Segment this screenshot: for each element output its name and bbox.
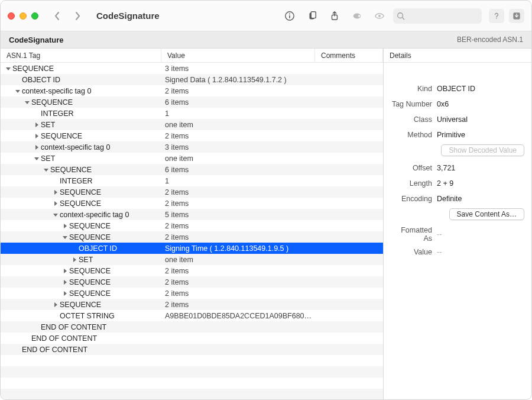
table-row[interactable]: END OF CONTENT [1,333,383,344]
disclosure-toggle[interactable] [5,66,11,72]
table-row[interactable]: SEQUENCE2 items [1,220,383,231]
row-tag: SEQUENCE [69,289,111,298]
row-value: 1 [161,109,315,118]
preview-button[interactable] [371,8,388,24]
row-tag: context-specific tag 0 [22,87,91,95]
table-row[interactable]: SEQUENCE6 items [1,96,383,108]
table-row[interactable]: END OF CONTENT [1,321,383,333]
nav-forward-button[interactable] [69,8,86,24]
column-tag-header[interactable]: ASN.1 Tag [1,49,161,63]
disclosure-toggle[interactable] [62,268,68,274]
table-row-empty [1,389,383,399]
table-row[interactable]: SEQUENCE2 items [1,265,383,276]
encoding-label: BER-encoded ASN.1 [457,36,523,44]
row-tag: SEQUENCE [69,278,111,286]
table-row[interactable]: SEQUENCE2 items [1,299,383,310]
table-row[interactable]: OBJECT IDSigning Time ( 1.2.840.113549.1… [1,243,383,254]
disclosure-toggle[interactable] [24,99,30,105]
table-row[interactable]: context-specific tag 05 items [1,209,383,220]
table-row[interactable]: context-specific tag 02 items [1,85,383,96]
export-button[interactable] [326,8,343,24]
disclosure-toggle [53,178,59,184]
table-row[interactable]: SEQUENCE6 items [1,164,383,175]
table-row[interactable]: context-specific tag 03 items [1,141,383,153]
download-button[interactable] [509,9,524,23]
disclosure-toggle[interactable] [62,279,68,285]
row-tag: SEQUENCE [60,301,101,309]
link-button[interactable] [348,8,366,24]
table-row[interactable]: SEQUENCE2 items [1,130,383,141]
search-input[interactable] [393,8,482,24]
disclosure-toggle[interactable] [34,122,40,128]
row-tag: END OF CONTENT [22,346,87,354]
save-content-button[interactable]: Save Content As… [449,208,524,220]
disclosure-toggle[interactable] [53,201,59,207]
details-class-label: Class [391,115,437,124]
details-kind-value: OBJECT ID [437,85,524,93]
disclosure-toggle [53,313,59,319]
details-tagnum-label: Tag Number [391,100,437,108]
disclosure-toggle[interactable] [62,234,68,240]
show-decoded-button[interactable]: Show Decoded Value [441,144,524,156]
disclosure-toggle[interactable] [34,133,40,139]
row-value: 6 items [161,166,315,174]
row-value: one item [161,154,315,163]
copy-button[interactable] [303,8,321,24]
disclosure-toggle[interactable] [34,144,40,150]
clipboard-copy-icon [307,11,317,21]
details-formatted-value: -- [437,230,524,238]
details-class-value: Universal [437,115,524,124]
disclosure-toggle[interactable] [53,189,59,195]
disclosure-toggle[interactable] [53,302,59,308]
row-tag: OBJECT ID [79,244,117,253]
disclosure-toggle[interactable] [62,223,68,229]
main-split: ASN.1 Tag Value Comments SEQUENCE3 items… [1,49,531,399]
table-row[interactable]: SEQUENCE2 items [1,186,383,198]
zoom-window-button[interactable] [31,12,38,20]
table-row[interactable]: SEQUENCE3 items [1,63,383,74]
table-row[interactable]: SEQUENCE2 items [1,276,383,288]
details-encoding-label: Encoding [391,195,437,203]
disclosure-toggle[interactable] [72,257,77,263]
row-tag: OCTET STRING [60,312,115,320]
disclosure-toggle[interactable] [34,156,40,162]
table-row[interactable]: SEQUENCE2 items [1,288,383,299]
row-value: A9BBE01D0BDE85DA2CCED1A09BF680E8F6… [161,312,315,320]
disclosure-toggle[interactable] [15,88,21,94]
outline-tree[interactable]: SEQUENCE3 itemsOBJECT IDSigned Data ( 1.… [1,63,383,399]
info-button[interactable] [281,8,299,24]
details-offset-label: Offset [391,164,437,172]
details-length-label: Length [391,179,437,188]
table-row[interactable]: SEQUENCE2 items [1,198,383,209]
nav-back-button[interactable] [49,8,66,24]
close-window-button[interactable] [8,12,15,20]
disclosure-toggle[interactable] [53,212,59,218]
column-value-header[interactable]: Value [161,49,315,63]
share-icon [329,11,340,21]
svg-point-9 [496,18,497,19]
row-tag: END OF CONTENT [31,334,97,343]
table-row[interactable]: INTEGER1 [1,108,383,119]
table-row[interactable]: END OF CONTENT [1,344,383,355]
document-title: CodeSignature [9,36,63,44]
table-row[interactable]: INTEGER1 [1,175,383,186]
row-tag: SET [79,256,93,264]
column-comments-header[interactable]: Comments [315,49,383,63]
row-tag: SEQUENCE [41,132,82,140]
details-header: Details [384,49,531,63]
row-value: 2 items [161,278,315,286]
row-tag: context-specific tag 0 [41,143,110,151]
table-row[interactable]: SETone item [1,254,383,265]
table-row[interactable]: SEQUENCE2 items [1,231,383,243]
disclosure-toggle [15,347,21,353]
disclosure-toggle[interactable] [43,167,49,173]
table-row[interactable]: SETone item [1,153,383,164]
details-kind-label: Kind [391,85,437,93]
table-row[interactable]: OCTET STRINGA9BBE01D0BDE85DA2CCED1A09BF6… [1,310,383,321]
table-row[interactable]: SETone item [1,119,383,130]
help-button[interactable] [489,9,504,23]
minimize-window-button[interactable] [20,12,27,20]
disclosure-toggle[interactable] [62,291,68,296]
table-row[interactable]: OBJECT IDSigned Data ( 1.2.840.113549.1.… [1,74,383,85]
toolbar-right [489,9,524,23]
